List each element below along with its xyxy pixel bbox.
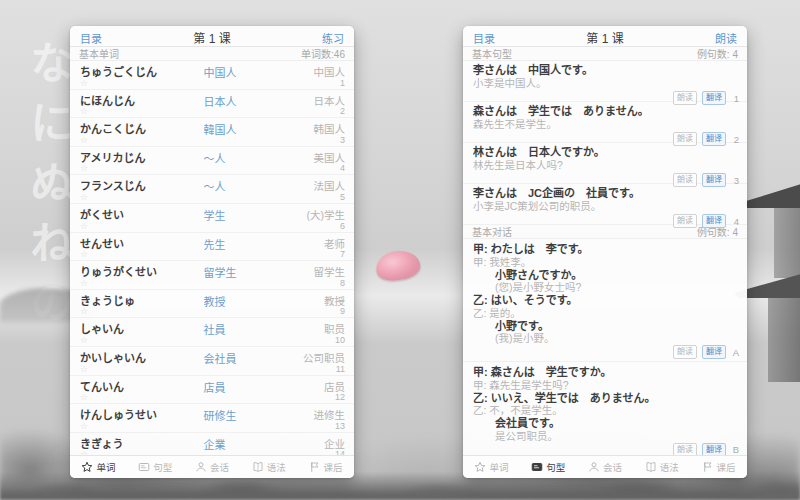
favorite-star-icon[interactable]: ☆ [80, 79, 88, 88]
word-kana: フランスじん [80, 177, 146, 193]
word-number: 10 [335, 336, 345, 345]
word-row[interactable]: せんせい☆先生老师7 [70, 233, 354, 262]
favorite-star-icon[interactable]: ☆ [80, 307, 88, 316]
favorite-star-icon[interactable]: ☆ [80, 136, 88, 145]
dialog-block[interactable]: 甲: わたしは 李です。甲: 我姓李。小野さんですか。(您)是小野女士吗?乙: … [463, 239, 747, 362]
bottom-tab-bar: 单词句型会话语法课后 [70, 455, 354, 478]
favorite-star-icon[interactable]: ☆ [80, 250, 88, 259]
word-row[interactable]: アメリカじん☆〜人美国人4 [70, 147, 354, 176]
tab-homework[interactable]: 课后 [702, 460, 736, 474]
word-kana: けんしゅうせい [80, 406, 157, 422]
favorite-star-icon[interactable]: ☆ [80, 222, 88, 231]
tab-patterns[interactable]: 句型 [138, 460, 172, 474]
word-row[interactable]: かんこくじん☆韓国人韩国人3 [70, 118, 354, 147]
tab-patterns[interactable]: 句型 [531, 460, 565, 474]
favorite-star-icon[interactable]: ☆ [80, 422, 88, 431]
favorite-star-icon[interactable]: ☆ [80, 336, 88, 345]
read-aloud-button[interactable]: 朗读 [673, 345, 697, 359]
favorite-star-icon[interactable]: ☆ [80, 164, 88, 173]
translate-button[interactable]: 翻译 [702, 345, 726, 359]
tab-label: 课后 [717, 460, 736, 474]
read-aloud-button[interactable]: 朗读 [673, 443, 697, 456]
word-kana: ちゅうごくじん [80, 63, 157, 79]
word-row[interactable]: きょうじゅ☆教授教授9 [70, 290, 354, 319]
flag-icon [309, 461, 321, 473]
nav-bar: 目录 第 1 课 练习 [70, 26, 354, 47]
word-row[interactable]: てんいん☆店員店员12 [70, 376, 354, 405]
word-row[interactable]: きぎょう☆企業企业14 [70, 433, 354, 455]
lesson-title: 第 1 课 [70, 29, 354, 46]
favorite-star-icon[interactable]: ☆ [80, 193, 88, 202]
tab-words[interactable]: 单词 [81, 460, 115, 474]
read-aloud-nav-button[interactable]: 朗读 [715, 30, 737, 46]
pagoda-roof [742, 182, 800, 208]
sentence-item[interactable]: 森さんは 学生では ありません。森先生不是学生。朗读翻译2 [463, 102, 747, 143]
word-kanji: 〜人 [203, 150, 225, 166]
tab-label: 课后 [324, 460, 343, 474]
card-icon [531, 461, 543, 473]
tab-words[interactable]: 单词 [474, 460, 508, 474]
word-kanji: 中国人 [203, 64, 236, 80]
tab-grammar[interactable]: 语法 [252, 460, 286, 474]
favorite-star-icon[interactable]: ☆ [80, 393, 88, 402]
pagoda-body [774, 204, 800, 278]
favorite-star-icon[interactable]: ☆ [80, 279, 88, 288]
word-row[interactable]: がくせい☆学生(大)学生6 [70, 204, 354, 233]
practice-button[interactable]: 练习 [322, 30, 344, 46]
word-number: 6 [340, 222, 345, 231]
word-row[interactable]: ちゅうごくじん☆中国人中国人1 [70, 61, 354, 90]
word-number: 11 [336, 365, 345, 374]
word-row[interactable]: けんしゅうせい☆研修生进修生13 [70, 404, 354, 433]
sentence-list: 李さんは 中国人です。小李是中国人。朗读翻译1森さんは 学生では ありません。森… [463, 61, 747, 225]
tab-conversation[interactable]: 会话 [588, 460, 622, 474]
sentence-chinese: 森先生不是学生。 [473, 118, 739, 131]
word-row[interactable]: かいしゃいん☆会社員公司职员11 [70, 347, 354, 376]
dialog-line-japanese: 乙: いいえ、学生では ありません。 [473, 392, 739, 405]
word-number: 7 [340, 250, 345, 259]
tab-homework[interactable]: 课后 [309, 460, 343, 474]
favorite-star-icon[interactable]: ☆ [80, 450, 88, 455]
dialog-block[interactable]: 甲: 森さんは 学生ですか。甲: 森先生是学生吗?乙: いいえ、学生では ありま… [463, 362, 747, 455]
bottom-tab-bar: 单词句型会话语法课后 [463, 455, 747, 478]
word-count: 单词数:46 [301, 46, 345, 61]
sentence-item[interactable]: 林さんは 日本人ですか。林先生是日本人吗?朗读翻译3 [463, 143, 747, 184]
translate-button[interactable]: 翻译 [702, 214, 726, 228]
word-row[interactable]: しゃいん☆社員职员10 [70, 318, 354, 347]
word-row[interactable]: フランスじん☆〜人法国人5 [70, 175, 354, 204]
tab-label: 会话 [210, 460, 229, 474]
vocabulary-panel: 目录 第 1 课 练习 基本单词 单词数:46 ちゅうごくじん☆中国人中国人1に… [70, 26, 354, 478]
sentence-actions: 朗读翻译4 [473, 214, 739, 228]
word-kanji: 学生 [203, 207, 225, 223]
word-kana: がくせい [80, 206, 124, 222]
tab-conversation[interactable]: 会话 [195, 460, 229, 474]
read-aloud-button[interactable]: 朗读 [673, 214, 697, 228]
dialog-line-japanese: 会社員です。 [473, 417, 739, 430]
tab-label: 句型 [153, 460, 172, 474]
word-number: 3 [340, 136, 345, 145]
word-kana: せんせい [80, 235, 124, 251]
word-row[interactable]: りゅうがくせい☆留学生留学生8 [70, 261, 354, 290]
sentence-item[interactable]: 李さんは 中国人です。小李是中国人。朗读翻译1 [463, 61, 747, 102]
word-row[interactable]: にほんじん☆日本人日本人2 [70, 90, 354, 119]
word-kanji: 〜人 [203, 178, 225, 194]
word-number: 13 [335, 422, 345, 431]
dialog-line-chinese: 甲: 我姓李。 [473, 256, 739, 268]
dialog-label: A [731, 347, 739, 358]
person-icon [588, 461, 600, 473]
favorite-star-icon[interactable]: ☆ [80, 365, 88, 374]
word-kana: りゅうがくせい [80, 263, 157, 279]
word-kana: かいしゃいん [80, 349, 146, 365]
translate-button[interactable]: 翻译 [702, 443, 726, 456]
word-number: 5 [340, 193, 345, 202]
word-kanji: 会社員 [203, 350, 236, 366]
sentence-item[interactable]: 李さんは JC企画の 社員です。小李是JC策划公司的职员。朗读翻译4 [463, 184, 747, 225]
dialog-line-chinese: 乙: 不，不是学生。 [473, 404, 739, 416]
tab-grammar[interactable]: 语法 [645, 460, 679, 474]
book-icon [252, 461, 264, 473]
word-kanji: 研修生 [203, 407, 236, 423]
word-kana: てんいん [80, 378, 124, 394]
dialog-actions: 朗读翻译A [473, 345, 739, 359]
word-number: 14 [335, 450, 345, 455]
word-kanji: 教授 [203, 293, 225, 309]
favorite-star-icon[interactable]: ☆ [80, 107, 88, 116]
